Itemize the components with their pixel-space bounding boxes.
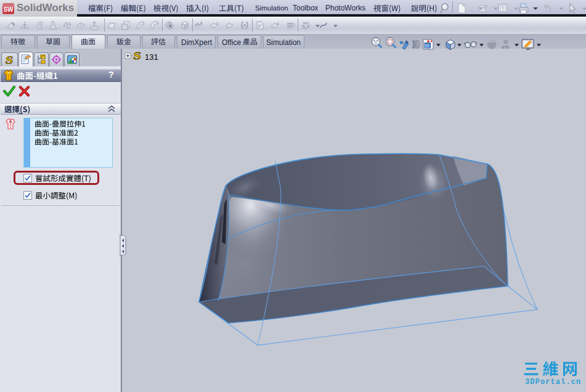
svg-text:S: S (5, 54, 14, 65)
svg-text:S: S (132, 51, 142, 61)
